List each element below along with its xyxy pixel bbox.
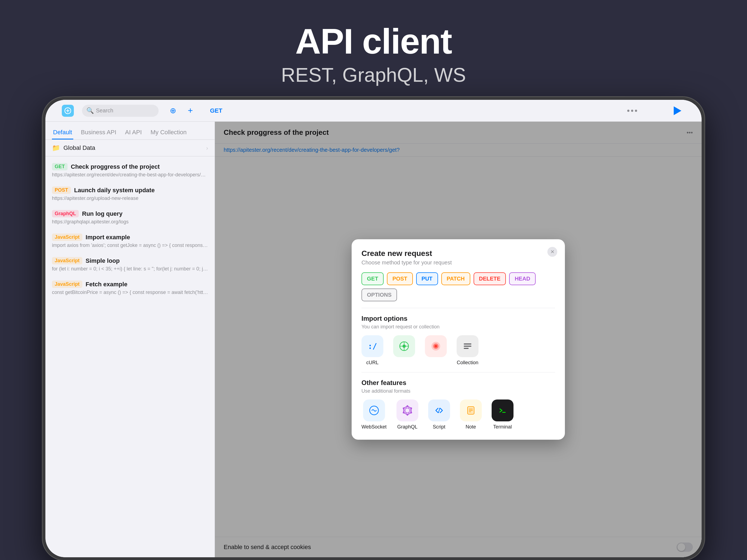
svg-line-25: [439, 408, 440, 413]
websocket-icon: [363, 400, 385, 422]
import-graphql[interactable]: [393, 335, 415, 360]
method-btn-options[interactable]: OPTIONS: [361, 288, 397, 301]
page-title: API client: [281, 22, 466, 61]
tab-business-api[interactable]: Business API: [80, 126, 118, 139]
list-item[interactable]: JavaScript Fetch example const getBitcoi…: [45, 276, 215, 300]
rest-import-icon: [425, 335, 447, 357]
import-section-sub: You can import request or collection: [361, 324, 555, 330]
feature-script[interactable]: Script: [428, 400, 450, 430]
search-bar[interactable]: 🔍 Search: [82, 105, 159, 117]
svg-rect-10: [464, 348, 469, 349]
global-data-section[interactable]: 📁 Global Data ›: [45, 140, 215, 156]
ipad-topbar: 🔍 Search ⊕ + GET: [45, 100, 702, 122]
dot3: [635, 110, 637, 112]
graphql-feature-icon: [396, 400, 418, 422]
method-buttons: GET POST PUT PATCH DELETE HEAD OPTIONS: [361, 272, 555, 301]
create-request-modal: ✕ Create new request Choose method type …: [352, 239, 565, 440]
dot2: [631, 110, 633, 112]
script-label: Script: [433, 424, 445, 430]
topbar-dots: [627, 110, 637, 112]
modal-close-button[interactable]: ✕: [547, 247, 557, 257]
method-btn-delete[interactable]: DELETE: [473, 272, 506, 285]
terminal-label: Terminal: [493, 424, 512, 430]
import-curl[interactable]: :/ cURL: [361, 335, 383, 365]
feature-note[interactable]: Note: [460, 400, 482, 430]
import-collection[interactable]: Collection: [457, 335, 479, 365]
method-btn-put[interactable]: PUT: [416, 272, 438, 285]
request-url: https://apitester.org/recent/dev/creatin…: [52, 172, 208, 178]
tab-default[interactable]: Default: [52, 126, 73, 139]
modal-subtitle: Choose method type for your request: [361, 259, 555, 266]
request-name: Run log query: [82, 210, 123, 218]
list-item[interactable]: POST Launch daily system update https://…: [45, 182, 215, 206]
note-label: Note: [466, 424, 476, 430]
request-url: for (let i: number = 0; i < 35; ++i) { l…: [52, 266, 208, 272]
method-btn-head[interactable]: HEAD: [509, 272, 536, 285]
method-badge: GET: [52, 163, 68, 170]
request-name: Launch daily system update: [74, 187, 155, 194]
method-btn-patch[interactable]: PATCH: [441, 272, 470, 285]
curl-icon: :/: [361, 335, 383, 357]
import-section: Import options You can import request or…: [361, 315, 555, 365]
method-btn-post[interactable]: POST: [387, 272, 413, 285]
app-icon: [62, 105, 74, 117]
method-badge: JavaScript: [52, 233, 82, 241]
modal-title: Create new request: [361, 249, 555, 258]
request-name: Simple loop: [85, 257, 120, 264]
collection-label: Collection: [457, 360, 478, 365]
other-section-sub: Use additional formats: [361, 388, 555, 394]
terminal-icon: [492, 400, 514, 422]
tab-my-collection[interactable]: My Collection: [150, 126, 188, 139]
websocket-label: WebSocket: [361, 424, 387, 430]
request-name: Fetch example: [85, 281, 127, 288]
graphql-feature-label: GraphQL: [397, 424, 417, 430]
feature-graphql[interactable]: GraphQL: [396, 400, 418, 430]
import-section-title: Import options: [361, 315, 555, 322]
script-icon: [428, 400, 450, 422]
feature-icons: WebSocket: [361, 400, 555, 430]
curl-label: cURL: [366, 360, 379, 365]
list-item[interactable]: JavaScript Simple loop for (let i: numbe…: [45, 253, 215, 276]
ipad-frame: 🔍 Search ⊕ + GET: [43, 97, 704, 560]
method-badge: JavaScript: [52, 257, 82, 264]
sidebar: Default Business API AI API My Collectio…: [45, 122, 215, 557]
method-badge: JavaScript: [52, 281, 82, 288]
chevron-right-icon: ›: [206, 145, 208, 151]
add-request-button[interactable]: +: [184, 105, 196, 117]
method-badge: POST: [52, 186, 71, 194]
run-button[interactable]: [670, 103, 685, 119]
graphql-import-icon: [393, 335, 415, 357]
topbar-actions: ⊕ +: [167, 105, 196, 117]
folder-icon: 📁: [52, 144, 60, 152]
other-section-title: Other features: [361, 379, 555, 387]
import-rest[interactable]: [425, 335, 447, 360]
global-data-label: Global Data: [63, 144, 203, 152]
svg-point-7: [435, 345, 437, 348]
svg-rect-8: [464, 343, 471, 345]
add-collection-button[interactable]: ⊕: [167, 105, 179, 117]
search-icon: 🔍: [86, 107, 94, 114]
request-url: const getBitcoinPrice = async () => { co…: [52, 289, 208, 295]
search-placeholder: Search: [96, 107, 113, 114]
main-panel: Check proggress of the project ••• https…: [215, 122, 702, 557]
request-name: Check proggress of the project: [71, 163, 160, 170]
method-tab-get[interactable]: GET: [205, 105, 228, 117]
dot1: [627, 110, 629, 112]
collection-icon: [457, 335, 479, 357]
tab-ai-api[interactable]: AI API: [124, 126, 143, 139]
list-item[interactable]: GET Check proggress of the project https…: [45, 159, 215, 182]
feature-websocket[interactable]: WebSocket: [361, 400, 387, 430]
sidebar-tabs: Default Business API AI API My Collectio…: [45, 122, 215, 140]
modal-overlay: ✕ Create new request Choose method type …: [215, 122, 702, 557]
method-btn-get[interactable]: GET: [361, 272, 384, 285]
request-url: https://graphqlapi.apitester.org/logs: [52, 219, 208, 225]
svg-rect-9: [464, 346, 471, 347]
ipad-inner: 🔍 Search ⊕ + GET: [45, 100, 702, 557]
feature-terminal[interactable]: Terminal: [492, 400, 514, 430]
list-item[interactable]: GraphQL Run log query https://graphqlapi…: [45, 206, 215, 229]
request-url: import axios from 'axios'; const getJoke…: [52, 243, 208, 248]
list-item[interactable]: JavaScript Import example import axios f…: [45, 229, 215, 253]
other-section: Other features Use additional formats: [361, 379, 555, 430]
modal-divider-2: [361, 372, 555, 373]
ipad-content: Default Business API AI API My Collectio…: [45, 122, 702, 557]
